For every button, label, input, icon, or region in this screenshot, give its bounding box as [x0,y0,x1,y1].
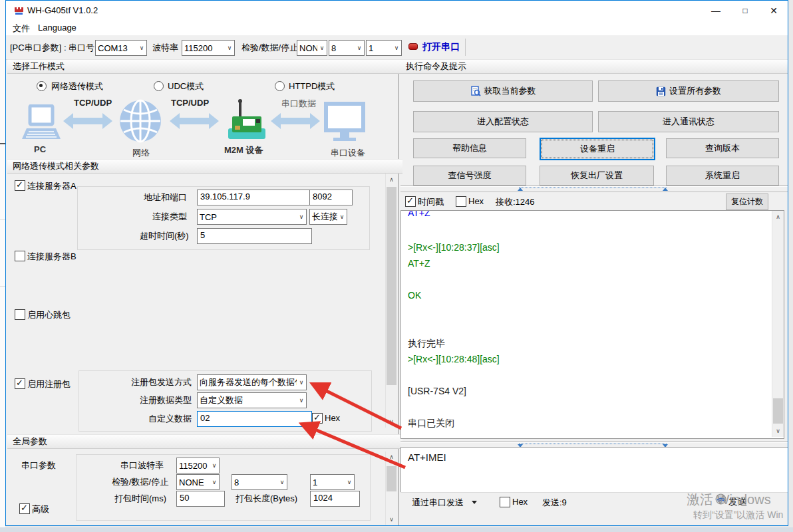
splitter-top[interactable] [400,186,788,192]
pack-time-input[interactable]: 50 [176,491,225,507]
global-parity-select[interactable]: NONE∨ [176,474,220,490]
scroll-up-icon[interactable]: ∧ [386,176,397,183]
serial-device-monitor-icon [324,102,365,143]
scrollbar-thumb[interactable] [387,187,397,385]
system-reboot-button[interactable]: 系统重启 [666,166,779,186]
chevron-down-icon: ∨ [355,45,364,51]
advanced-checkbox[interactable] [19,503,30,514]
global-baud-select[interactable]: 115200∨ [176,458,220,473]
server-b-label: 连接服务器B [27,251,77,263]
radio-udc-label[interactable]: UDC模式 [168,80,204,92]
databits-select[interactable]: 8∨ [329,40,365,56]
query-version-button[interactable]: 查询版本 [666,138,779,158]
log-output[interactable]: AT+Z >[Rx<-][10:28:37][asc] AT+Z OK 执行完毕… [400,210,784,439]
mode-section-caption: 选择工作模式 [7,59,402,74]
server-port-input[interactable]: 8092 [309,190,353,205]
baud-select[interactable]: 115200∨ [182,40,235,56]
set-params-button[interactable]: 设置所有参数 [598,80,779,102]
chevron-down-icon: ∨ [297,213,306,220]
net-scrollbar[interactable]: ∧ ∨ [385,174,397,428]
collapse-up-icon[interactable] [663,188,668,191]
signal-strength-button[interactable]: 查信号强度 [413,166,526,186]
device-reboot-button[interactable]: 设备重启 [540,138,655,160]
save-icon [656,86,666,96]
scroll-down-icon[interactable]: ∨ [386,418,397,425]
link2-label: TCP/UDP [171,98,209,108]
close-button[interactable]: ✕ [759,1,788,21]
stopbits-select[interactable]: 1∨ [366,40,402,56]
regdata-type-label: 注册数据类型 [140,394,192,406]
timeout-input[interactable]: 5 [197,228,312,244]
get-params-button[interactable]: 获取当前参数 [413,80,593,102]
maximize-button[interactable]: □ [730,1,760,21]
scroll-down-icon[interactable]: ∨ [386,516,397,523]
arrow-icon [271,112,320,130]
port-status-icon [408,43,418,50]
conn-type-select[interactable]: TCP∨ [197,209,307,225]
regpack-hex-label: Hex [325,413,340,423]
global-scrollbar[interactable]: ∧ ∨ [385,452,397,525]
arrow-icon [63,112,112,130]
scrollbar-thumb[interactable] [387,466,397,491]
collapse-up-icon[interactable] [518,188,523,191]
scroll-down-icon[interactable]: ∨ [772,428,784,434]
network-globe-icon [119,99,162,143]
radio-udc[interactable] [154,81,164,91]
regpack-hex-checkbox[interactable] [312,413,323,424]
open-port-button[interactable]: 打开串口 [422,41,460,53]
background-left-strip [0,0,5,532]
timestamp-checkbox[interactable] [405,196,416,207]
enter-config-button[interactable]: 进入配置状态 [413,111,593,132]
chevron-down-icon: ∨ [210,479,219,485]
menu-language[interactable]: Language [38,23,77,33]
scrollbar-thumb[interactable] [773,398,783,424]
chevron-down-icon: ∨ [297,379,306,386]
parity-select[interactable]: NONI∨ [297,40,327,56]
chevron-down-icon: ∨ [297,397,306,404]
conn-mode-select[interactable]: 长连接∨ [309,209,347,225]
send-via-serial-dropdown[interactable]: 通过串口发送 [412,497,464,509]
app-icon [14,6,24,16]
server-b-checkbox[interactable] [15,251,25,261]
panel-divider [398,59,399,526]
log-scrollbar[interactable]: ∧ ∨ [772,211,784,437]
global-stopbits-select[interactable]: 1∨ [310,474,355,490]
scroll-up-icon[interactable]: ∧ [386,454,397,460]
global-databits-select[interactable]: 8∨ [232,474,287,490]
regdata-type-select[interactable]: 自定义数据∨ [197,392,307,408]
toolbar: [PC串口参数] : 串口号 COM13∨ 波特率 115200∨ 检验/数据/… [6,35,788,60]
chevron-down-icon: ∨ [277,479,287,485]
send-input-box[interactable]: AT+IMEI [400,447,788,493]
send-hex-checkbox[interactable] [500,497,510,507]
factory-reset-button[interactable]: 恢复出厂设置 [540,166,654,186]
custom-data-input[interactable]: 02 [197,411,312,427]
dropdown-arrow-icon[interactable] [472,501,477,504]
m2m-device-icon [223,99,268,143]
help-button[interactable]: 帮助信息 [413,138,526,158]
pack-len-input[interactable]: 1024 [310,491,360,507]
chevron-down-icon: ∨ [317,45,327,51]
scroll-up-icon[interactable]: ∧ [772,213,784,220]
link1-label: TCP/UDP [74,98,112,108]
log-line: AT+Z [408,210,430,218]
radio-net-transparent-label[interactable]: 网络透传模式 [51,80,103,92]
regpack-sendmode-select[interactable]: 向服务器发送的每个数据包∨ [197,374,307,390]
chevron-down-icon: ∨ [392,45,401,51]
server-a-checkbox[interactable] [15,180,25,191]
reset-count-button[interactable]: 复位计数 [726,194,768,210]
enter-comm-button[interactable]: 进入通讯状态 [598,111,779,132]
minimize-button[interactable]: — [701,1,730,21]
menu-file[interactable]: 文件 [13,23,30,35]
activate-windows-hint: 转到“设置”以激活 Win [693,509,783,521]
log-hex-checkbox[interactable] [456,196,466,207]
chevron-down-icon: ∨ [210,462,219,469]
title-bar[interactable]: WH-G405tf V1.0.2 — □ ✕ [6,1,788,21]
heartbeat-checkbox[interactable] [15,309,25,320]
splitter-handle[interactable] [519,188,667,191]
server-address-input[interactable]: 39.105.117.9 [197,190,312,205]
radio-httpd-label[interactable]: HTTPD模式 [289,80,335,92]
radio-net-transparent[interactable] [37,81,47,91]
com-port-select[interactable]: COM13∨ [95,40,147,56]
radio-httpd[interactable] [275,81,285,91]
regpack-checkbox[interactable] [15,378,25,389]
